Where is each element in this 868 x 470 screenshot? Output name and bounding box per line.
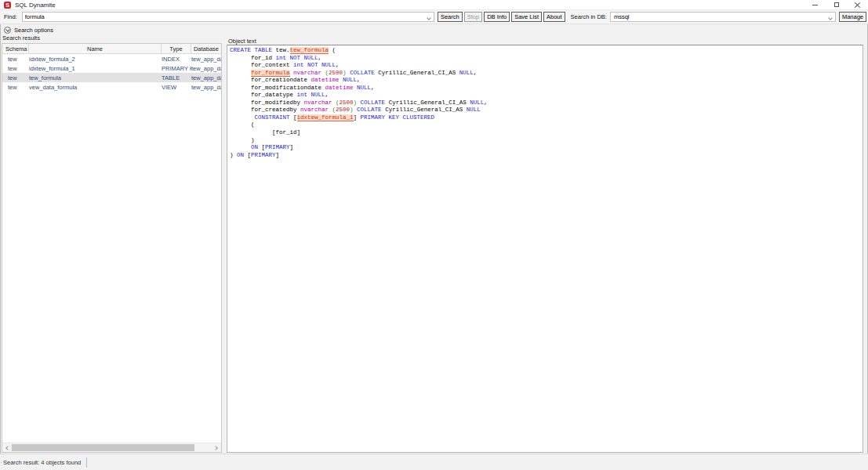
sql-line: for_modifiedby nvarchar (2500) COLLATE C… <box>230 99 863 107</box>
scroll-right-icon[interactable] <box>212 443 221 452</box>
sql-token: for_id <box>230 55 276 61</box>
db-info-button[interactable]: DB Info <box>484 12 510 22</box>
sql-token: ] <box>354 114 361 121</box>
sql-token: for_creationdate <box>230 77 311 83</box>
sql-token: [for_id] <box>230 129 300 136</box>
sql-token: Cyrillic_General_CI_AS <box>375 70 459 76</box>
sql-token: int NULL <box>297 92 325 98</box>
stop-button: Stop <box>464 12 482 22</box>
sql-line: for_context int NOT NULL, <box>230 62 863 70</box>
cell-name: vew_data_formula <box>29 84 162 91</box>
sql-token: PRIMARY <box>265 144 290 150</box>
search-button[interactable]: Search <box>438 12 463 22</box>
sql-token: ) <box>230 137 255 143</box>
maximize-button[interactable] <box>826 0 847 10</box>
close-button[interactable] <box>847 0 868 10</box>
search-options-expander[interactable]: Search options <box>0 25 868 34</box>
search-match-highlight: for_formula <box>251 70 290 77</box>
cell-database: tew_app_dat <box>191 84 221 91</box>
find-input[interactable] <box>23 13 434 21</box>
app-logo-icon: S <box>4 2 11 9</box>
sql-token: ] <box>290 144 294 150</box>
sql-token: COLLATE <box>357 107 382 113</box>
save-list-button[interactable]: Save List <box>511 12 542 22</box>
window-title: SQL Dynamite <box>15 2 56 9</box>
sql-token: COLLATE <box>350 70 375 76</box>
search-options-label: Search options <box>14 27 53 34</box>
title-bar: S SQL Dynamite <box>0 0 868 10</box>
column-header-schema[interactable]: Schema <box>2 44 29 53</box>
cell-name: idxtew_formula_1 <box>29 65 162 72</box>
sql-token: nvarchar <box>304 99 332 106</box>
column-header-type[interactable]: Type <box>162 44 191 53</box>
status-bar: Search result: 4 objects found <box>0 454 868 470</box>
sql-token: tew. <box>272 47 290 53</box>
column-header-name[interactable]: Name <box>29 44 162 53</box>
about-button[interactable]: About <box>543 12 565 22</box>
cell-name: tew_formula <box>29 74 162 81</box>
sql-line: ) <box>230 137 863 145</box>
sql-token: int NOT NULL <box>276 55 318 61</box>
sql-line: ( <box>230 121 863 129</box>
sql-token: datetime <box>325 85 354 91</box>
chevron-down-icon <box>4 27 11 34</box>
sql-line: for_createdby nvarchar (2500) COLLATE Cy… <box>230 107 863 114</box>
sql-token: COLLATE <box>361 99 386 106</box>
status-text: Search result: 4 objects found <box>3 459 81 466</box>
sql-token: PRIMARY <box>251 152 276 158</box>
sql-token: nvarchar <box>300 107 329 113</box>
search-in-db-combobox[interactable]: mssql <box>610 12 836 22</box>
object-text-label: Object text <box>228 38 256 45</box>
sql-token: for_modificationdate <box>230 85 325 91</box>
sql-token: NULL <box>470 99 484 106</box>
minimize-button[interactable] <box>804 0 826 10</box>
cell-type: TABLE <box>162 74 191 81</box>
cell-schema: tew <box>2 74 29 81</box>
horizontal-scrollbar[interactable] <box>2 443 221 452</box>
sql-token <box>230 114 255 121</box>
manage-button[interactable]: Manage <box>839 12 866 22</box>
scrollbar-thumb[interactable] <box>12 444 194 451</box>
search-match-highlight: tew_formula <box>290 47 329 54</box>
sql-line: ON [PRIMARY] <box>230 144 863 152</box>
application-window: { "colors": { "logo_red": "#c62828", "ke… <box>0 0 868 470</box>
search-match-highlight: idxtew_formula_1 <box>297 114 354 121</box>
sql-token: Cyrillic_General_CI_AS <box>385 99 470 106</box>
sql-token: 2500 <box>340 99 354 106</box>
find-combobox[interactable] <box>22 12 434 22</box>
scroll-left-icon[interactable] <box>2 443 12 452</box>
table-row[interactable]: tewidxtew_formula_2INDEXtew_app_dat <box>2 54 221 63</box>
sql-token: [ <box>258 144 265 150</box>
table-row[interactable]: tewidxtew_formula_1PRIMARY Ktew_app_dat <box>2 63 221 73</box>
table-row[interactable]: tewtew_formulaTABLEtew_app_dat <box>2 73 221 82</box>
sql-line: for_formula nvarchar (2500) COLLATE Cyri… <box>230 70 863 78</box>
sql-token: ) <box>230 152 237 158</box>
cell-database: tew_app_dat <box>191 65 221 72</box>
close-icon <box>855 2 860 8</box>
toolbar-buttons: SearchStopDB InfoSave ListAbout <box>438 12 567 22</box>
table-row[interactable]: tewvew_data_formulaVIEWtew_app_dat <box>2 82 221 92</box>
sql-token: 2500 <box>336 107 350 113</box>
column-header-database[interactable]: Database <box>191 44 221 53</box>
sql-token: for_modifiedby <box>230 99 304 106</box>
sql-token: ( <box>329 47 336 53</box>
cell-type: VIEW <box>162 84 191 91</box>
sql-token: NULL <box>467 107 481 113</box>
sql-token: CREATE TABLE <box>230 47 272 53</box>
sql-token: CONSTRAINT <box>255 114 290 121</box>
sql-token: NULL <box>343 77 357 83</box>
sql-token <box>230 70 251 76</box>
sql-line: for_creationdate datetime NULL, <box>230 77 863 85</box>
search-results-label: Search results <box>2 34 40 42</box>
sql-token <box>230 144 251 150</box>
sql-token: datetime <box>311 77 340 83</box>
table-header-row: SchemaNameTypeDatabase <box>2 44 221 54</box>
cell-database: tew_app_dat <box>191 74 221 81</box>
sql-line: for_modificationdate datetime NULL, <box>230 85 863 92</box>
sql-text-area[interactable]: CREATE TABLE tew.tew_formula ( for_id in… <box>227 45 863 453</box>
sql-line: ) ON [PRIMARY] <box>230 152 863 160</box>
sql-token: ON <box>237 152 244 158</box>
sql-token: , <box>371 85 375 91</box>
minimize-icon <box>812 5 818 5</box>
db-dropdown-icon[interactable] <box>828 16 833 20</box>
